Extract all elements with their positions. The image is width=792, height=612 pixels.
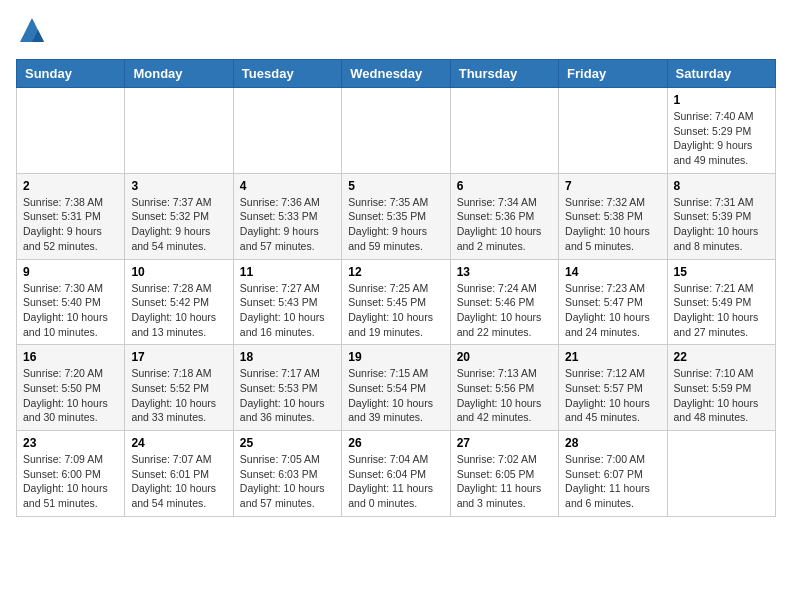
- weekday-header-monday: Monday: [125, 60, 233, 88]
- day-number: 8: [674, 179, 769, 193]
- day-cell: 26Sunrise: 7:04 AM Sunset: 6:04 PM Dayli…: [342, 431, 450, 517]
- day-info: Sunrise: 7:37 AM Sunset: 5:32 PM Dayligh…: [131, 195, 226, 254]
- day-number: 21: [565, 350, 660, 364]
- day-cell: [667, 431, 775, 517]
- day-cell: [17, 88, 125, 174]
- day-info: Sunrise: 7:28 AM Sunset: 5:42 PM Dayligh…: [131, 281, 226, 340]
- logo-text: [16, 16, 46, 49]
- day-number: 9: [23, 265, 118, 279]
- day-number: 25: [240, 436, 335, 450]
- day-cell: 20Sunrise: 7:13 AM Sunset: 5:56 PM Dayli…: [450, 345, 558, 431]
- day-info: Sunrise: 7:02 AM Sunset: 6:05 PM Dayligh…: [457, 452, 552, 511]
- day-info: Sunrise: 7:15 AM Sunset: 5:54 PM Dayligh…: [348, 366, 443, 425]
- day-info: Sunrise: 7:24 AM Sunset: 5:46 PM Dayligh…: [457, 281, 552, 340]
- day-info: Sunrise: 7:21 AM Sunset: 5:49 PM Dayligh…: [674, 281, 769, 340]
- day-info: Sunrise: 7:30 AM Sunset: 5:40 PM Dayligh…: [23, 281, 118, 340]
- day-number: 14: [565, 265, 660, 279]
- day-number: 26: [348, 436, 443, 450]
- day-cell: 9Sunrise: 7:30 AM Sunset: 5:40 PM Daylig…: [17, 259, 125, 345]
- day-info: Sunrise: 7:31 AM Sunset: 5:39 PM Dayligh…: [674, 195, 769, 254]
- weekday-header-row: SundayMondayTuesdayWednesdayThursdayFrid…: [17, 60, 776, 88]
- logo: [16, 16, 46, 49]
- day-cell: 19Sunrise: 7:15 AM Sunset: 5:54 PM Dayli…: [342, 345, 450, 431]
- day-info: Sunrise: 7:27 AM Sunset: 5:43 PM Dayligh…: [240, 281, 335, 340]
- day-number: 20: [457, 350, 552, 364]
- day-number: 2: [23, 179, 118, 193]
- day-cell: 28Sunrise: 7:00 AM Sunset: 6:07 PM Dayli…: [559, 431, 667, 517]
- day-cell: [125, 88, 233, 174]
- day-cell: [450, 88, 558, 174]
- day-info: Sunrise: 7:09 AM Sunset: 6:00 PM Dayligh…: [23, 452, 118, 511]
- day-cell: 12Sunrise: 7:25 AM Sunset: 5:45 PM Dayli…: [342, 259, 450, 345]
- day-cell: 11Sunrise: 7:27 AM Sunset: 5:43 PM Dayli…: [233, 259, 341, 345]
- day-number: 22: [674, 350, 769, 364]
- day-info: Sunrise: 7:34 AM Sunset: 5:36 PM Dayligh…: [457, 195, 552, 254]
- day-info: Sunrise: 7:32 AM Sunset: 5:38 PM Dayligh…: [565, 195, 660, 254]
- day-cell: 8Sunrise: 7:31 AM Sunset: 5:39 PM Daylig…: [667, 173, 775, 259]
- day-number: 24: [131, 436, 226, 450]
- calendar: SundayMondayTuesdayWednesdayThursdayFrid…: [16, 59, 776, 517]
- day-number: 5: [348, 179, 443, 193]
- day-cell: 2Sunrise: 7:38 AM Sunset: 5:31 PM Daylig…: [17, 173, 125, 259]
- week-row-4: 16Sunrise: 7:20 AM Sunset: 5:50 PM Dayli…: [17, 345, 776, 431]
- day-number: 15: [674, 265, 769, 279]
- day-info: Sunrise: 7:35 AM Sunset: 5:35 PM Dayligh…: [348, 195, 443, 254]
- day-info: Sunrise: 7:13 AM Sunset: 5:56 PM Dayligh…: [457, 366, 552, 425]
- day-cell: [342, 88, 450, 174]
- day-cell: 3Sunrise: 7:37 AM Sunset: 5:32 PM Daylig…: [125, 173, 233, 259]
- day-cell: 13Sunrise: 7:24 AM Sunset: 5:46 PM Dayli…: [450, 259, 558, 345]
- day-info: Sunrise: 7:00 AM Sunset: 6:07 PM Dayligh…: [565, 452, 660, 511]
- day-number: 10: [131, 265, 226, 279]
- day-info: Sunrise: 7:36 AM Sunset: 5:33 PM Dayligh…: [240, 195, 335, 254]
- day-number: 16: [23, 350, 118, 364]
- week-row-5: 23Sunrise: 7:09 AM Sunset: 6:00 PM Dayli…: [17, 431, 776, 517]
- day-number: 4: [240, 179, 335, 193]
- weekday-header-sunday: Sunday: [17, 60, 125, 88]
- day-number: 17: [131, 350, 226, 364]
- day-info: Sunrise: 7:12 AM Sunset: 5:57 PM Dayligh…: [565, 366, 660, 425]
- weekday-header-wednesday: Wednesday: [342, 60, 450, 88]
- day-number: 7: [565, 179, 660, 193]
- day-info: Sunrise: 7:38 AM Sunset: 5:31 PM Dayligh…: [23, 195, 118, 254]
- header: [16, 16, 776, 49]
- week-row-2: 2Sunrise: 7:38 AM Sunset: 5:31 PM Daylig…: [17, 173, 776, 259]
- day-cell: 24Sunrise: 7:07 AM Sunset: 6:01 PM Dayli…: [125, 431, 233, 517]
- day-cell: 7Sunrise: 7:32 AM Sunset: 5:38 PM Daylig…: [559, 173, 667, 259]
- day-cell: 6Sunrise: 7:34 AM Sunset: 5:36 PM Daylig…: [450, 173, 558, 259]
- day-cell: 1Sunrise: 7:40 AM Sunset: 5:29 PM Daylig…: [667, 88, 775, 174]
- day-info: Sunrise: 7:20 AM Sunset: 5:50 PM Dayligh…: [23, 366, 118, 425]
- day-number: 27: [457, 436, 552, 450]
- day-info: Sunrise: 7:04 AM Sunset: 6:04 PM Dayligh…: [348, 452, 443, 511]
- day-cell: 16Sunrise: 7:20 AM Sunset: 5:50 PM Dayli…: [17, 345, 125, 431]
- weekday-header-thursday: Thursday: [450, 60, 558, 88]
- day-cell: 18Sunrise: 7:17 AM Sunset: 5:53 PM Dayli…: [233, 345, 341, 431]
- day-info: Sunrise: 7:10 AM Sunset: 5:59 PM Dayligh…: [674, 366, 769, 425]
- day-info: Sunrise: 7:18 AM Sunset: 5:52 PM Dayligh…: [131, 366, 226, 425]
- day-cell: 14Sunrise: 7:23 AM Sunset: 5:47 PM Dayli…: [559, 259, 667, 345]
- logo-icon: [18, 16, 46, 44]
- day-number: 28: [565, 436, 660, 450]
- day-number: 12: [348, 265, 443, 279]
- week-row-1: 1Sunrise: 7:40 AM Sunset: 5:29 PM Daylig…: [17, 88, 776, 174]
- day-cell: 5Sunrise: 7:35 AM Sunset: 5:35 PM Daylig…: [342, 173, 450, 259]
- week-row-3: 9Sunrise: 7:30 AM Sunset: 5:40 PM Daylig…: [17, 259, 776, 345]
- day-number: 1: [674, 93, 769, 107]
- day-number: 6: [457, 179, 552, 193]
- day-cell: 15Sunrise: 7:21 AM Sunset: 5:49 PM Dayli…: [667, 259, 775, 345]
- day-cell: 21Sunrise: 7:12 AM Sunset: 5:57 PM Dayli…: [559, 345, 667, 431]
- day-info: Sunrise: 7:17 AM Sunset: 5:53 PM Dayligh…: [240, 366, 335, 425]
- day-cell: 25Sunrise: 7:05 AM Sunset: 6:03 PM Dayli…: [233, 431, 341, 517]
- day-cell: 17Sunrise: 7:18 AM Sunset: 5:52 PM Dayli…: [125, 345, 233, 431]
- day-info: Sunrise: 7:25 AM Sunset: 5:45 PM Dayligh…: [348, 281, 443, 340]
- day-cell: 27Sunrise: 7:02 AM Sunset: 6:05 PM Dayli…: [450, 431, 558, 517]
- day-info: Sunrise: 7:40 AM Sunset: 5:29 PM Dayligh…: [674, 109, 769, 168]
- day-cell: 10Sunrise: 7:28 AM Sunset: 5:42 PM Dayli…: [125, 259, 233, 345]
- day-number: 11: [240, 265, 335, 279]
- day-info: Sunrise: 7:05 AM Sunset: 6:03 PM Dayligh…: [240, 452, 335, 511]
- day-number: 18: [240, 350, 335, 364]
- day-info: Sunrise: 7:23 AM Sunset: 5:47 PM Dayligh…: [565, 281, 660, 340]
- day-number: 13: [457, 265, 552, 279]
- day-number: 3: [131, 179, 226, 193]
- weekday-header-tuesday: Tuesday: [233, 60, 341, 88]
- day-cell: 4Sunrise: 7:36 AM Sunset: 5:33 PM Daylig…: [233, 173, 341, 259]
